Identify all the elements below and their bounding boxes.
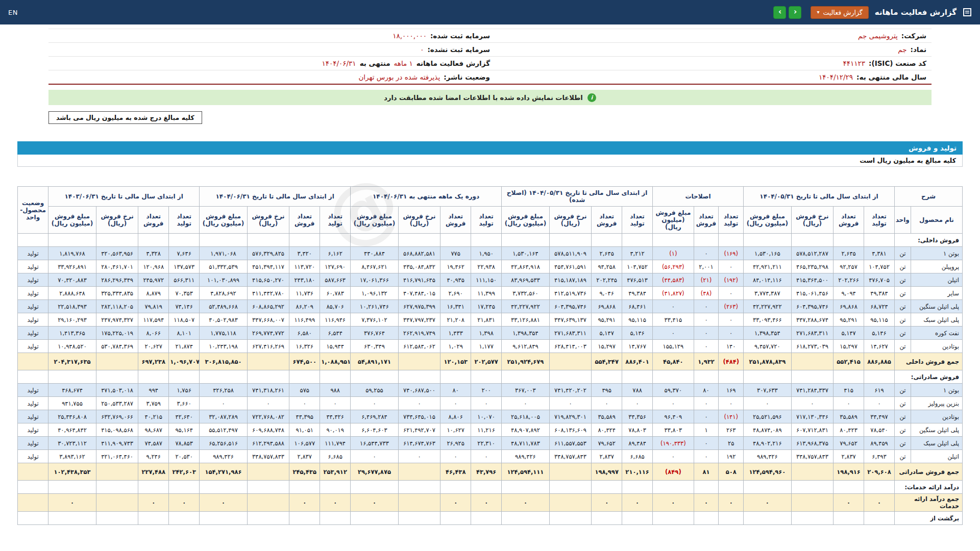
- value-cell: ۱۲۰,۹۶۸: [138, 260, 169, 273]
- table-row: بوتن ۱تن۴,۳۸۱۲,۶۴۵۵۷۸,۵۱۲,۲۸۷۱,۵۳۰,۱۶۵(۱…: [18, 247, 963, 260]
- value-cell: ۰: [694, 340, 719, 353]
- value-cell: ۱۱۱,۱۵۰: [471, 273, 502, 287]
- info-label: گزارش فعالیت ماهانه: [416, 59, 490, 67]
- value-cell: [653, 512, 694, 525]
- value-cell: (۱۴۱): [719, 410, 744, 423]
- value-cell: ۰: [622, 397, 653, 410]
- value-cell: ۶۸,۴۶۱: [622, 300, 653, 313]
- info-label: شرکت:: [901, 32, 926, 40]
- value-cell: ۰: [791, 397, 833, 410]
- value-cell: ۱۴,۶۲۷: [864, 340, 895, 353]
- column-header: نرخ فروش (ریال): [791, 207, 833, 234]
- value-cell: [719, 481, 744, 494]
- value-cell: [320, 512, 351, 525]
- report-type-button[interactable]: گزارش فعالیت ▾: [811, 6, 868, 19]
- value-cell: ۱,۴۳۳: [440, 327, 471, 340]
- value-cell: [549, 512, 591, 525]
- value-cell: ۸۰,۴۲۴: [592, 423, 622, 437]
- value-cell: [622, 481, 653, 494]
- value-cell: [549, 234, 591, 247]
- value-cell: [169, 370, 200, 384]
- value-cell: ۱۱۳,۷۲۰: [289, 260, 320, 273]
- language-toggle[interactable]: EN: [8, 9, 18, 16]
- column-header: مبلغ فروش (میلیون ریال): [653, 207, 694, 234]
- value-cell: ۷۸۸: [622, 384, 653, 397]
- status-cell: [18, 353, 48, 370]
- info-field: نماد:جم: [490, 45, 926, 54]
- value-cell: ۷۴۱,۲۸۴,۳۳۷: [791, 384, 833, 397]
- value-cell: ۷۹,۶۵۲: [834, 437, 864, 450]
- value-cell: ۱,۰۹۶,۷۰۷: [169, 353, 200, 370]
- value-cell: ۴۲,۶۴۰: [169, 410, 200, 423]
- value-cell: (۱۶۹): [719, 247, 744, 260]
- value-cell: ۱۱,۲۱۶: [471, 423, 502, 437]
- unit-cell: تن: [895, 260, 911, 273]
- value-cell: ۰: [653, 450, 694, 463]
- value-cell: ۸,۰۶۶: [138, 327, 169, 340]
- info-value: جم: [898, 45, 906, 54]
- value-cell: [96, 494, 138, 512]
- value-cell: [653, 234, 694, 247]
- value-cell: ۶۰۹,۶۸۸,۷۴۸: [247, 423, 289, 437]
- value-cell: (۴۸۴): [719, 353, 744, 370]
- value-cell: [694, 512, 719, 525]
- value-cell: ۰: [694, 437, 719, 450]
- value-cell: ۹۶,۴۰۹: [653, 410, 694, 423]
- info-field: کد صنعت (ISIC):۴۴۱۱۲۳: [490, 59, 926, 67]
- value-cell: ۴۱۵,۰۹۸,۵۶۸: [96, 423, 138, 437]
- value-cell: ۴۲۰,۵۶۳,۹۵۶: [96, 247, 138, 260]
- product-name-cell: پروپیلن: [911, 260, 962, 273]
- value-cell: ۴۸,۷۱۱,۷۸۳: [502, 437, 550, 450]
- value-cell: ۴۸,۸۷۴,۰۸۹: [744, 423, 792, 437]
- status-cell: تولید: [18, 327, 48, 340]
- value-cell: ۱۲۴,۵۹۴,۱۱۱: [502, 463, 550, 481]
- value-cell: ۹۲,۲۵۷: [834, 260, 864, 273]
- value-cell: [549, 353, 591, 370]
- value-cell: ۰: [289, 494, 320, 512]
- value-cell: [398, 370, 440, 384]
- prev-report-button[interactable]: ‹: [773, 6, 786, 19]
- value-cell: ۹۵,۱۱۵: [622, 313, 653, 327]
- value-cell: ۷,۳۷۶,۱۰۲: [351, 313, 399, 327]
- value-cell: ۸۸۶,۸۸۵: [864, 353, 895, 370]
- value-cell: ۱,۰۹۶,۱۳۲: [351, 287, 399, 300]
- status-cell: تولید: [18, 313, 48, 327]
- total-label-cell: جمع فروش صادراتی: [895, 463, 963, 481]
- value-cell: ۳۳,۱۲۶,۸۸۱: [502, 313, 550, 327]
- info-value: ۴۴۱۱۲۳: [843, 59, 866, 67]
- value-cell: ۰: [247, 397, 289, 410]
- value-cell: [247, 494, 289, 512]
- value-cell: [138, 512, 169, 525]
- product-name-cell: اتیلن: [911, 450, 962, 463]
- value-cell: ۰: [694, 494, 719, 512]
- value-cell: [791, 370, 833, 384]
- value-cell: (۱۹۲): [719, 273, 744, 287]
- value-cell: ۱۱۸,۵۰۷: [169, 313, 200, 327]
- value-cell: [834, 481, 864, 494]
- column-header: تعداد تولید: [622, 207, 653, 234]
- info-value: ۱۸,۰۰۰,۰۰۰: [393, 32, 427, 40]
- value-cell: ۱۰,۹۴۸,۵۲۰: [48, 340, 96, 353]
- value-cell: ۲۴۳,۱۸۰: [289, 273, 320, 287]
- table-row: بوتادینتن۳۴,۴۹۷۳۵,۵۸۹۷۱۷,۱۳۰,۳۴۶۲۵,۵۲۱,۵…: [18, 410, 963, 423]
- report-icon: [963, 8, 972, 17]
- column-header: نام محصول: [911, 207, 962, 234]
- product-name-cell: بوتادین: [911, 340, 962, 353]
- amounts-note: کلیه مبالغ درج شده به میلیون ریال می باش…: [48, 111, 202, 124]
- table-row: جمع فروش داخلی۸۸۶,۸۸۵۵۵۲,۴۱۵۲۵۱,۸۷۸,۸۳۹(…: [18, 353, 963, 370]
- amounts-note-wrap: کلیه مبالغ درج شده به میلیون ریال می باش…: [48, 111, 932, 124]
- value-cell: ۵۲,۴۸۹,۶۶۸: [200, 300, 248, 313]
- info-label: کد صنعت (ISIC):: [869, 59, 926, 67]
- value-cell: [247, 463, 289, 481]
- column-header: مبلغ فروش (میلیون ریال): [200, 207, 248, 234]
- value-cell: [247, 481, 289, 494]
- next-report-button[interactable]: ›: [789, 6, 801, 19]
- value-cell: ۸,۸۷۹: [138, 287, 169, 300]
- value-cell: ۴,۲۱۲: [622, 247, 653, 260]
- value-cell: ۱۷۵,۲۲۵,۰۱۹: [96, 327, 138, 340]
- value-cell: ۶۱۲,۵۸۴,۰۶۲: [398, 340, 440, 353]
- value-cell: ۶۲۱,۴۹۲,۷۰۷: [398, 423, 440, 437]
- value-cell: [622, 234, 653, 247]
- value-cell: ۳,۸۹۳,۱۶۲: [48, 450, 96, 463]
- value-cell: [549, 370, 591, 384]
